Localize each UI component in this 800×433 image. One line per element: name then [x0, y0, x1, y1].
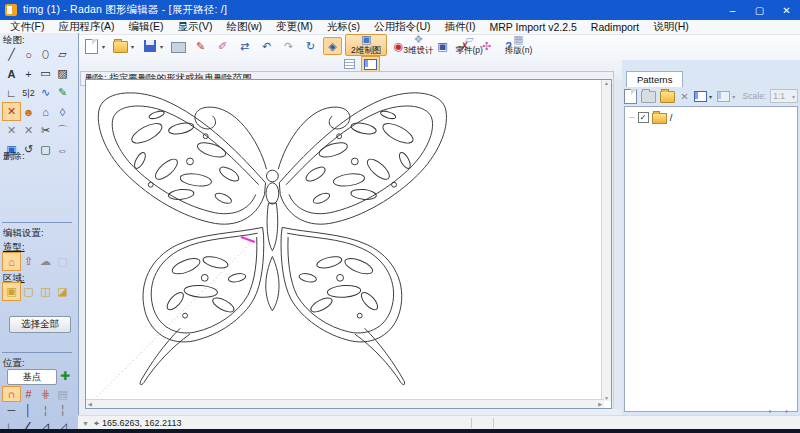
- menu-help[interactable]: 说明(H): [653, 20, 689, 34]
- cursor-drop-icon: ▼: [82, 420, 89, 427]
- tool-stretch-icon[interactable]: ⇔: [53, 140, 72, 159]
- nests-icon: ▦: [513, 34, 523, 45]
- pattern-delete-icon[interactable]: ✕: [679, 89, 690, 103]
- undo-icon[interactable]: ↶: [257, 37, 276, 55]
- folder-icon: [652, 113, 667, 124]
- new-dropdown-icon[interactable]: ▾: [102, 43, 108, 50]
- scale-caret-icon: ▾: [792, 93, 795, 100]
- base-point-button[interactable]: 基点: [7, 369, 57, 385]
- menu-file[interactable]: 文件(F): [10, 20, 44, 34]
- app-icon: [5, 4, 17, 16]
- list-view-caret-icon[interactable]: ▾: [732, 93, 736, 100]
- tool-sidebar: 绘图: ╱ ○ ⬯ ▱ A + ▭ ▨ ∟ 5|2 ∿ ✎ ✕ ☻ ⌂ ◊ ✕ …: [0, 33, 79, 429]
- shape-option-grid: ⌂ ⇧ ☁ ▢: [2, 252, 70, 271]
- module-nests[interactable]: ▦ 排版(n): [499, 34, 538, 56]
- swap-arrows-icon[interactable]: ⇄: [235, 37, 254, 55]
- menu-plugins[interactable]: 插件(I): [445, 20, 476, 34]
- menu-radimport[interactable]: Radimport: [591, 21, 639, 33]
- canvas-horizontal-scrollbar[interactable]: ◀ ▶: [86, 399, 604, 408]
- scroll-right-icon[interactable]: ▶: [598, 401, 602, 407]
- patterns-tree: ─ ✓ /: [624, 106, 798, 412]
- lower-left-wing: [140, 227, 264, 384]
- scale-label: Scale:: [743, 91, 767, 101]
- patterns-toolbar: ✕ ▾ ▾ Scale: 1:1 ▾: [624, 88, 798, 104]
- tool-polygon-icon[interactable]: ▱: [53, 45, 72, 64]
- node-edit-icon[interactable]: ◈: [323, 37, 342, 55]
- edit-settings-label: 编辑设置:: [3, 227, 44, 240]
- minimize-button[interactable]: –: [719, 0, 746, 20]
- menu-edit[interactable]: 编辑(E): [128, 20, 163, 34]
- 3d-design-icon: ❖: [413, 34, 423, 45]
- status-separator-1: [471, 418, 472, 428]
- print-icon[interactable]: [169, 37, 188, 55]
- menu-view[interactable]: 显示(V): [177, 20, 212, 34]
- tool-hatch-icon[interactable]: ▨: [53, 64, 72, 83]
- menu-mrp-import[interactable]: MRP Import v2.2.5: [490, 21, 577, 33]
- close-button[interactable]: ✕: [773, 0, 800, 20]
- module-bar: ▣ 2维制图 ❖ 3维设计 ▱ 零件(p) ▦ 排版(n): [345, 34, 538, 56]
- upper-right-wing: [279, 93, 446, 224]
- menu-modify[interactable]: 变更(M): [276, 20, 313, 34]
- module-2d-drafting[interactable]: ▣ 2维制图: [345, 34, 387, 56]
- module-3d-design[interactable]: ❖ 3维设计: [397, 34, 439, 56]
- menu-cursor[interactable]: 光标(s): [327, 20, 360, 34]
- open-dropdown-icon[interactable]: ▾: [131, 43, 137, 50]
- snap-grid: ∩ # ⋕ ▤ ─ │ ¦ ╎ ∟ ∠ ⊿ ◿: [2, 386, 70, 433]
- butterfly-drawing: [86, 80, 603, 400]
- pattern-thumbnail-view-icon[interactable]: [694, 89, 707, 103]
- tree-branch-icon: ─: [629, 113, 635, 122]
- pattern-open-icon[interactable]: [641, 89, 656, 103]
- tool-fill-icon[interactable]: ◊: [53, 102, 72, 121]
- canvas-vertical-scrollbar[interactable]: ▲ ▼: [601, 80, 611, 401]
- drawing-canvas[interactable]: ▲ ▼ ◀ ▶: [85, 79, 612, 409]
- status-bar: ▼ ⌖ 165.6263, 162.2113: [78, 415, 800, 430]
- menu-applications[interactable]: 应用程序(A): [58, 20, 114, 34]
- scroll-left-icon[interactable]: ◀: [88, 401, 92, 407]
- layer-list-icon[interactable]: [340, 56, 359, 72]
- snap-parallel-icon[interactable]: ╎: [53, 402, 72, 418]
- pattern-import-icon[interactable]: [660, 89, 675, 103]
- tree-checkbox[interactable]: ✓: [638, 112, 649, 123]
- tree-root-label: /: [670, 112, 673, 123]
- module-parts[interactable]: ▱ 零件(p): [449, 34, 488, 56]
- scale-combo[interactable]: 1:1 ▾: [770, 89, 798, 103]
- crosshair-icon: ⌖: [94, 418, 99, 429]
- tool-arc-icon[interactable]: ⌒: [53, 121, 72, 140]
- tree-root-row[interactable]: ─ ✓ /: [629, 111, 797, 124]
- new-document-icon[interactable]: [82, 37, 101, 55]
- select-all-button[interactable]: 选择全部: [9, 316, 71, 333]
- tool-marker-icon[interactable]: ✎: [53, 83, 72, 102]
- patterns-panel: Patterns ✕ ▾ ▾ Scale: 1:1 ▾ ─ ✓ / ‹ ›: [622, 60, 800, 418]
- 2d-drafting-icon: ▣: [361, 34, 371, 45]
- snap-grid-fill-icon[interactable]: ▤: [53, 386, 72, 402]
- maximize-button[interactable]: ▢: [746, 0, 773, 20]
- single-view-icon[interactable]: [361, 56, 380, 72]
- lower-right-wing: [281, 227, 405, 384]
- redo-icon[interactable]: ↷: [279, 37, 298, 55]
- pattern-new-icon[interactable]: [624, 89, 637, 103]
- window-bottom-edge: [0, 429, 800, 433]
- upper-left-wing: [98, 93, 265, 224]
- region-option-grid: ▣ ▢ ◫ ◪: [2, 282, 70, 301]
- menu-bar: 文件(F) 应用程序(A) 编辑(E) 显示(V) 绘图(w) 变更(M) 光标…: [0, 20, 800, 35]
- sidebar-divider-1: [2, 222, 72, 223]
- butterfly-body: [195, 107, 350, 311]
- title-bar: timg (1) - Radan 图形编辑器 - [展开路径: /] – ▢ ✕: [0, 0, 800, 20]
- pattern-list-view-icon[interactable]: [717, 89, 730, 103]
- save-icon[interactable]: [140, 37, 159, 55]
- refresh-icon[interactable]: ↻: [301, 37, 320, 55]
- pencil-draw-icon[interactable]: ✎: [191, 37, 210, 55]
- region-cross-right-icon[interactable]: ◪: [53, 282, 72, 301]
- menu-utilities[interactable]: 公用指令(U): [374, 20, 431, 34]
- scroll-up-icon[interactable]: ▲: [604, 80, 609, 86]
- parts-icon: ▱: [465, 34, 473, 45]
- pencil-edit-icon[interactable]: ✐: [213, 37, 232, 55]
- scroll-down-icon[interactable]: ▼: [604, 395, 609, 401]
- thumbnail-view-caret-icon[interactable]: ▾: [709, 93, 713, 100]
- patterns-tab[interactable]: Patterns: [626, 71, 683, 87]
- save-dropdown-icon[interactable]: ▾: [160, 43, 166, 50]
- menu-draw[interactable]: 绘图(w): [226, 20, 262, 34]
- open-file-icon[interactable]: [111, 37, 130, 55]
- clover-snap-icon[interactable]: ✚: [60, 369, 70, 383]
- window-controls: – ▢ ✕: [719, 0, 800, 20]
